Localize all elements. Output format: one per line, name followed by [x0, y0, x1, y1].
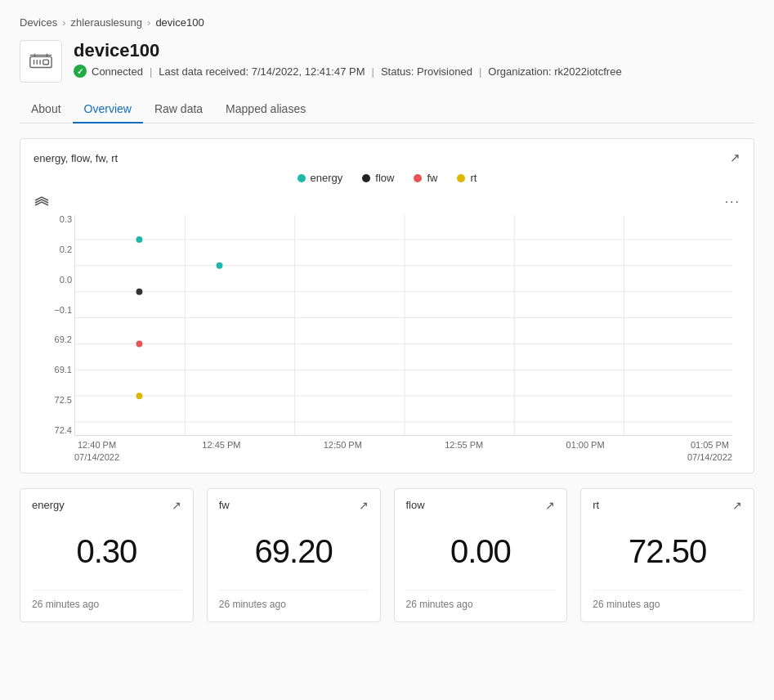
- y-label-2: 0.0: [34, 276, 72, 285]
- metric-card-fw: fw ↗ 69.20 26 minutes ago: [207, 488, 381, 622]
- last-data: Last data received: 7/14/2022, 12:41:47 …: [159, 65, 365, 78]
- legend-flow-dot: [362, 174, 370, 182]
- metric-card-rt: rt ↗ 72.50 26 minutes ago: [580, 488, 754, 622]
- metric-rt-expand[interactable]: ↗: [732, 499, 742, 512]
- metric-energy-expand[interactable]: ↗: [172, 499, 181, 512]
- breadcrumb: Devices › zhlerauslesung › device100: [20, 16, 754, 29]
- device-icon: [29, 49, 53, 74]
- metric-card-energy: energy ↗ 0.30 26 minutes ago: [20, 488, 194, 622]
- x-label-5: 01:05 PM07/14/2022: [687, 439, 732, 464]
- metric-card-flow-header: flow ↗: [406, 499, 556, 512]
- chart-card: energy, flow, fw, rt ↗ energy flow fw rt: [20, 138, 754, 473]
- x-label-4: 01:00 PM: [566, 439, 605, 464]
- x-label-0: 12:40 PM07/14/2022: [74, 439, 119, 464]
- more-options-icon[interactable]: ···: [725, 195, 740, 209]
- legend-energy-label: energy: [311, 172, 343, 184]
- chart-area: 0.3 0.2 0.0 −0.1 69.2 69.1 72.5 72.4: [74, 215, 732, 436]
- breadcrumb-zhlerauslesung[interactable]: zhlerauslesung: [71, 16, 142, 29]
- legend-energy-dot: [298, 174, 306, 182]
- legend-fw-dot: [414, 174, 422, 182]
- metric-energy-value: 0.30: [76, 533, 136, 570]
- legend-fw: fw: [414, 172, 437, 184]
- legend-flow-label: flow: [375, 172, 394, 184]
- y-label-4: 69.2: [34, 335, 72, 344]
- legend-rt-label: rt: [470, 172, 476, 184]
- y-axis: 0.3 0.2 0.0 −0.1 69.2 69.1 72.5 72.4: [34, 215, 72, 435]
- y-label-6: 72.5: [34, 396, 72, 405]
- metric-rt-time: 26 minutes ago: [593, 590, 742, 610]
- org: Organization: rk2022iotcfree: [488, 65, 621, 78]
- device-header: device100 Connected | Last data received…: [20, 40, 754, 83]
- breadcrumb-sep-2: ›: [147, 16, 150, 29]
- energy-point-2: [217, 262, 223, 269]
- chart-legend: energy flow fw rt: [34, 172, 740, 184]
- metric-energy-time: 26 minutes ago: [32, 590, 181, 610]
- metric-rt-value: 72.50: [629, 533, 706, 570]
- metric-card-fw-header: fw ↗: [219, 499, 369, 512]
- rt-point-1: [136, 393, 143, 399]
- legend-flow: flow: [362, 172, 394, 184]
- connected-dot: [74, 65, 87, 78]
- metric-rt-label: rt: [593, 499, 599, 511]
- x-label-3: 12:55 PM: [445, 439, 483, 464]
- device-name: device100: [74, 40, 622, 61]
- metric-fw-value-area: 69.20: [219, 520, 369, 583]
- metric-flow-value: 0.00: [450, 533, 511, 570]
- breadcrumb-sep-1: ›: [62, 16, 65, 29]
- metric-energy-value-area: 0.30: [32, 520, 181, 583]
- tab-mapped[interactable]: Mapped aliases: [214, 96, 317, 123]
- svg-rect-4: [43, 60, 49, 65]
- y-label-7: 72.4: [34, 426, 72, 435]
- x-axis: 12:40 PM07/14/2022 12:45 PM 12:50 PM 12:…: [74, 439, 732, 464]
- legend-energy: energy: [298, 172, 343, 184]
- chart-controls: ···: [34, 192, 740, 212]
- metric-energy-label: energy: [32, 499, 65, 511]
- metrics-row: energy ↗ 0.30 26 minutes ago fw ↗ 69.20 …: [20, 488, 754, 622]
- y-label-1: 0.2: [34, 245, 72, 254]
- chart-container: 0.3 0.2 0.0 −0.1 69.2 69.1 72.5 72.4: [34, 215, 740, 464]
- sep3: |: [479, 65, 481, 78]
- tab-about[interactable]: About: [20, 96, 73, 123]
- chart-svg: [75, 215, 732, 435]
- energy-point-1: [136, 236, 143, 243]
- tab-overview[interactable]: Overview: [73, 96, 143, 123]
- legend-fw-label: fw: [427, 172, 437, 184]
- provisioned: Status: Provisioned: [381, 65, 472, 78]
- layers-icon[interactable]: [34, 192, 50, 212]
- breadcrumb-devices[interactable]: Devices: [20, 16, 57, 29]
- flow-point-1: [136, 289, 143, 295]
- connected-label: Connected: [92, 65, 143, 78]
- metric-card-energy-header: energy ↗: [32, 499, 181, 512]
- metric-fw-time: 26 minutes ago: [219, 590, 369, 610]
- legend-rt: rt: [457, 172, 476, 184]
- tabs: About Overview Raw data Mapped aliases: [20, 96, 754, 123]
- metric-rt-value-area: 72.50: [593, 520, 742, 583]
- breadcrumb-current: device100: [155, 16, 204, 29]
- sep1: |: [150, 65, 152, 78]
- y-label-0: 0.3: [34, 215, 72, 224]
- sep2: |: [372, 65, 374, 78]
- chart-title: energy, flow, fw, rt: [34, 152, 118, 164]
- metric-fw-expand[interactable]: ↗: [359, 499, 369, 512]
- metric-fw-value: 69.20: [255, 533, 333, 570]
- metric-flow-time: 26 minutes ago: [406, 590, 556, 610]
- chart-card-header: energy, flow, fw, rt ↗: [34, 150, 740, 165]
- page: Devices › zhlerauslesung › device100 dev…: [0, 0, 774, 700]
- x-label-1: 12:45 PM: [202, 439, 240, 464]
- metric-flow-expand[interactable]: ↗: [545, 499, 555, 512]
- fw-point-1: [136, 340, 143, 347]
- device-status-bar: Connected | Last data received: 7/14/202…: [74, 65, 622, 78]
- y-label-3: −0.1: [34, 306, 72, 315]
- metric-flow-label: flow: [406, 499, 425, 511]
- metric-card-rt-header: rt ↗: [593, 499, 742, 512]
- device-info: device100 Connected | Last data received…: [74, 40, 622, 78]
- y-label-5: 69.1: [34, 366, 72, 375]
- metric-card-flow: flow ↗ 0.00 26 minutes ago: [394, 488, 568, 622]
- x-label-2: 12:50 PM: [324, 439, 362, 464]
- legend-rt-dot: [457, 174, 465, 182]
- chart-expand-icon[interactable]: ↗: [730, 150, 740, 165]
- device-icon-box: [20, 40, 62, 83]
- metric-flow-value-area: 0.00: [406, 520, 556, 583]
- tab-rawdata[interactable]: Raw data: [143, 96, 214, 123]
- metric-fw-label: fw: [219, 499, 230, 511]
